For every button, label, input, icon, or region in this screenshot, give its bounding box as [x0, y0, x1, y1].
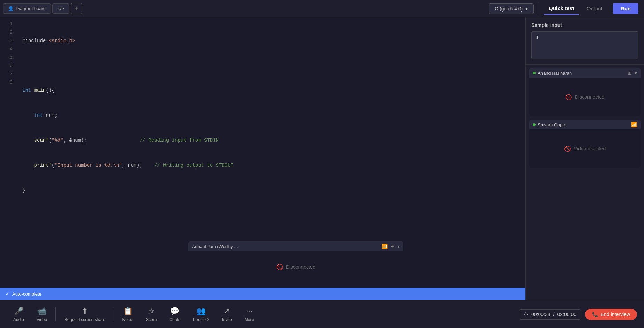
audio-label: Audio — [13, 317, 24, 322]
quick-test-section: Quick test Output Run — [538, 2, 644, 15]
screen-share-icon: ⬆ — [82, 307, 88, 316]
audio-button[interactable]: 🎤 Audio — [7, 305, 30, 324]
separator-1 — [55, 307, 56, 321]
shivam-name-text: Shivam Gupta — [538, 122, 566, 127]
line-num: 1 — [4, 20, 13, 29]
shivam-controls: 📶 — [631, 122, 637, 127]
online-dot-anand — [533, 72, 536, 74]
anand-controls: ⊞ ▾ — [628, 70, 637, 76]
arihant-status-text: Disconnected — [286, 264, 316, 270]
request-screen-share-button[interactable]: ⬆ Request screen share — [58, 305, 111, 324]
wifi-icon-shivam: 📶 — [631, 122, 637, 127]
more-button[interactable]: ··· More — [238, 305, 260, 324]
chevron-icon-arihant[interactable]: ▾ — [397, 244, 400, 249]
run-button[interactable]: Run — [613, 3, 638, 14]
expand-icon-arihant[interactable]: ⊞ — [390, 244, 395, 249]
timer-elapsed: 00:00:38 — [531, 312, 551, 317]
bottom-bar-right: ⏱ 00:00:38 / 02:00:00 📞 End interview — [519, 309, 637, 320]
line-num: 5 — [4, 53, 13, 62]
anand-name-text: Anand Hariharan — [538, 70, 572, 76]
autocomplete-label: Auto-complete — [12, 291, 42, 297]
invite-label: Invite — [222, 317, 232, 322]
code-line-3: int main(){ — [22, 87, 520, 95]
video-icon: 📹 — [37, 307, 46, 316]
chats-icon: 💬 — [170, 307, 179, 316]
tab-code-label: </> — [58, 6, 64, 11]
code-line-8 — [22, 211, 520, 219]
video-off-icon-shivam: 🚫 — [564, 146, 571, 152]
timer-total: 02:00:00 — [557, 312, 576, 317]
quick-test-tab[interactable]: Quick test — [544, 2, 579, 15]
code-line-6: printf("Input number is %d.\n", num); //… — [22, 162, 520, 170]
notes-icon: 📋 — [123, 307, 133, 316]
code-line-7: } — [22, 186, 520, 195]
top-bar: 👤 Diagram board </> + C (gcc 5.4.0) ▾ Qu… — [0, 0, 644, 17]
sample-input-area[interactable]: 1 — [531, 31, 638, 59]
invite-button[interactable]: ↗ Invite — [216, 305, 238, 324]
wifi-off-icon-arihant: 📶 — [382, 244, 388, 249]
people-icon: 👥 — [196, 307, 206, 316]
line-num: 7 — [4, 70, 13, 79]
timer-icon: ⏱ — [524, 312, 529, 317]
arihant-name-text: Arihant Jain (Worthy ... — [192, 244, 238, 249]
video-body-anand: 🚫 Disconnected — [529, 78, 641, 116]
video-section: Anand Hariharan ⊞ ▾ 🚫 Disconnected — [526, 65, 644, 300]
floating-panel-body-arihant: 🚫 Disconnected — [188, 251, 403, 283]
floating-panels: Arihant Jain (Worthy ... 📶 ⊞ ▾ 🚫 Disconn… — [188, 241, 403, 283]
top-bar-right: C (gcc 5.4.0) ▾ Quick test Output Run — [489, 2, 644, 15]
add-tab-button[interactable]: + — [71, 3, 82, 14]
participant-name-arihant: Arihant Jain (Worthy ... — [192, 244, 238, 249]
bottom-bar: 🎤 Audio 📹 Video ⬆ Request screen share 📋… — [0, 300, 644, 328]
tab-diagram-label: Diagram board — [16, 6, 46, 11]
more-label: More — [245, 317, 254, 322]
line-num: 3 — [4, 37, 13, 45]
line-num: 6 — [4, 62, 13, 70]
expand-icon-anand[interactable]: ⊞ — [628, 70, 632, 76]
shivam-status-text: Video disabled — [574, 146, 606, 151]
invite-icon: ↗ — [224, 307, 230, 316]
video-off-icon-anand: 🚫 — [565, 94, 572, 100]
chats-label: Chats — [169, 317, 180, 322]
tab-diagram-board[interactable]: 👤 Diagram board — [3, 3, 51, 14]
sample-input-label: Sample input — [531, 22, 638, 28]
end-interview-icon: 📞 — [592, 312, 598, 317]
anand-status-text: Disconnected — [575, 94, 605, 100]
right-panel: Sample input 1 Anand Hariharan ⊞ ▾ 🚫 — [525, 17, 644, 300]
online-dot-shivam — [533, 123, 536, 126]
participant-name-shivam: Shivam Gupta — [533, 122, 566, 127]
video-panel-anand: Anand Hariharan ⊞ ▾ 🚫 Disconnected — [529, 68, 641, 116]
code-line-1: #include <stdio.h> — [22, 37, 520, 45]
language-selector[interactable]: C (gcc 5.4.0) ▾ — [489, 3, 534, 14]
people-button[interactable]: 👥 People 2 — [187, 305, 216, 324]
diagram-icon: 👤 — [8, 6, 14, 11]
tab-code[interactable]: </> — [52, 3, 69, 14]
video-panel-header-shivam: Shivam Gupta 📶 — [529, 120, 641, 129]
chevron-down-icon: ▾ — [525, 6, 528, 12]
code-editor: 1 2 3 4 5 6 7 8 #include <stdio.h> int m… — [0, 17, 525, 300]
chevron-icon-anand[interactable]: ▾ — [635, 70, 637, 76]
line-numbers: 1 2 3 4 5 6 7 8 — [0, 20, 17, 285]
notes-label: Notes — [122, 317, 133, 322]
audio-icon: 🎤 — [14, 307, 23, 316]
output-tab[interactable]: Output — [582, 3, 607, 14]
chats-button[interactable]: 💬 Chats — [163, 305, 186, 324]
floating-panel-arihant: Arihant Jain (Worthy ... 📶 ⊞ ▾ 🚫 Disconn… — [188, 241, 403, 283]
code-line-4: int num; — [22, 112, 520, 120]
score-icon: ☆ — [148, 307, 155, 316]
timer-separator: / — [553, 312, 555, 317]
video-panel-header-anand: Anand Hariharan ⊞ ▾ — [529, 68, 641, 78]
tab-list: 👤 Diagram board </> + — [0, 3, 88, 14]
video-button[interactable]: 📹 Video — [30, 305, 53, 324]
people-label: People 2 — [193, 317, 209, 322]
line-num: 2 — [4, 29, 13, 37]
score-button[interactable]: ☆ Score — [140, 305, 163, 324]
floating-panel-header-arihant: Arihant Jain (Worthy ... 📶 ⊞ ▾ — [188, 241, 403, 251]
line-num: 4 — [4, 45, 13, 53]
separator-2 — [114, 307, 114, 321]
main-area: 1 2 3 4 5 6 7 8 #include <stdio.h> int m… — [0, 17, 644, 300]
sample-input-section: Sample input 1 — [526, 17, 644, 65]
end-interview-button[interactable]: 📞 End interview — [585, 309, 637, 320]
code-line-5: scanf("%d", &num); // Reading input from… — [22, 136, 520, 145]
notes-button[interactable]: 📋 Notes — [116, 305, 140, 324]
video-disabled-icon-arihant: 🚫 — [276, 264, 283, 270]
